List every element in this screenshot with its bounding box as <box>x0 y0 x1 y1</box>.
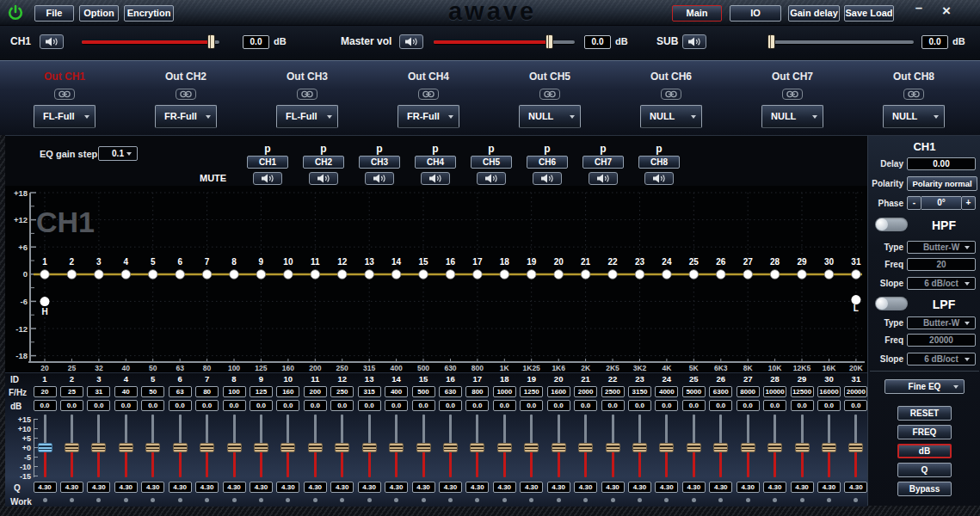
band-slider-handle[interactable] <box>443 443 458 452</box>
hpf-freq-input[interactable]: 20 <box>907 258 976 271</box>
band-slider-track-lower[interactable] <box>368 448 371 477</box>
eq-band-dot[interactable] <box>663 270 672 280</box>
band-freq-input[interactable]: 63 <box>169 386 192 397</box>
band-slider-handle[interactable] <box>552 443 566 452</box>
eq-band-dot[interactable] <box>824 270 834 280</box>
eq-mute-button-ch3[interactable] <box>365 172 394 185</box>
band-q-input[interactable]: 4.30 <box>276 482 299 493</box>
ch1-volume-handle[interactable] <box>207 34 215 49</box>
band-q-input[interactable]: 4.30 <box>385 482 408 493</box>
eq-band-dot[interactable] <box>527 270 536 280</box>
band-slider-track-lower[interactable] <box>801 448 804 477</box>
band-slider-track-lower[interactable] <box>151 448 154 477</box>
band-q-input[interactable]: 4.30 <box>520 482 543 493</box>
band-gain-input[interactable]: 0.0 <box>169 400 192 411</box>
band-slider-track-lower[interactable] <box>341 448 343 477</box>
eq-band-dot[interactable] <box>446 270 455 280</box>
hpf-type-select[interactable]: Butter-W <box>907 241 976 254</box>
band-gain-input[interactable]: 0.0 <box>844 400 867 411</box>
output-source-select-5[interactable]: NULL <box>519 105 581 128</box>
band-slider-track-lower[interactable] <box>854 448 857 477</box>
eq-band-dot[interactable] <box>230 270 239 280</box>
lpf-type-select[interactable]: Butter-W <box>907 316 976 329</box>
band-slider-track-lower[interactable] <box>449 448 452 477</box>
band-slider-handle[interactable] <box>687 443 701 452</box>
band-q-input[interactable]: 4.30 <box>87 482 110 493</box>
band-slider-handle[interactable] <box>470 443 484 452</box>
hpf-toggle[interactable] <box>875 218 908 231</box>
band-freq-input[interactable]: 630 <box>439 386 462 397</box>
lpf-toggle[interactable] <box>875 297 908 310</box>
eq-mute-button-ch4[interactable] <box>421 172 450 185</box>
tab-main[interactable]: Main <box>672 5 722 22</box>
band-freq-input[interactable]: 40 <box>114 386 138 397</box>
band-freq-input[interactable]: 20000 <box>844 386 867 397</box>
eq-band-dot[interactable] <box>202 270 212 280</box>
master-volume-handle[interactable] <box>545 34 553 49</box>
channel-link-button-2[interactable] <box>175 88 197 100</box>
eq-mute-button-ch2[interactable] <box>309 172 338 185</box>
band-slider-handle[interactable] <box>91 443 106 452</box>
band-q-input[interactable]: 4.30 <box>493 482 516 493</box>
band-freq-input[interactable]: 4000 <box>655 386 678 397</box>
tab-save-load[interactable]: Save Load <box>844 5 894 22</box>
band-slider-track-lower[interactable] <box>179 448 182 477</box>
band-slider-track-lower[interactable] <box>530 448 533 477</box>
eq-band-dot[interactable] <box>852 270 861 280</box>
band-slider-track-lower[interactable] <box>774 448 776 477</box>
band-freq-input[interactable]: 10000 <box>763 386 786 397</box>
master-volume-value[interactable]: 0.0 <box>584 35 611 49</box>
menu-file[interactable]: File <box>34 5 74 22</box>
band-slider-handle[interactable] <box>254 443 268 452</box>
band-q-input[interactable]: 4.30 <box>114 482 138 493</box>
band-gain-input[interactable]: 0.0 <box>141 400 164 411</box>
band-slider-handle[interactable] <box>606 443 620 452</box>
channel-link-button-7[interactable] <box>781 88 804 100</box>
eq-band-dot[interactable] <box>391 270 401 280</box>
band-gain-input[interactable]: 0.0 <box>655 400 678 411</box>
band-q-input[interactable]: 4.30 <box>60 482 83 493</box>
band-freq-input[interactable]: 200 <box>304 386 327 397</box>
eq-band-dot[interactable] <box>365 270 374 280</box>
band-gain-input[interactable]: 0.0 <box>250 400 273 411</box>
band-slider-track-lower[interactable] <box>233 448 236 477</box>
output-source-select-7[interactable]: NULL <box>761 105 823 128</box>
menu-option[interactable]: Option <box>79 5 119 22</box>
band-slider-handle[interactable] <box>741 443 755 452</box>
band-gain-input[interactable]: 0.0 <box>737 400 760 411</box>
eq-mute-button-ch8[interactable] <box>644 172 674 185</box>
band-slider-track-lower[interactable] <box>314 448 317 477</box>
eq-mute-button-ch1[interactable] <box>253 172 282 185</box>
eq-channel-button-ch2[interactable]: CH2 <box>303 156 344 169</box>
band-q-input[interactable]: 4.30 <box>465 482 489 493</box>
output-source-select-4[interactable]: FR-Full <box>398 105 459 128</box>
band-freq-input[interactable]: 31 <box>87 386 110 397</box>
band-gain-input[interactable]: 0.0 <box>87 400 110 411</box>
band-slider-handle[interactable] <box>200 443 214 452</box>
action-button-reset[interactable]: RESET <box>897 406 952 421</box>
band-slider-track-lower[interactable] <box>395 448 398 477</box>
band-slider-handle[interactable] <box>227 443 242 452</box>
eq-band-dot[interactable] <box>500 270 509 280</box>
band-q-input[interactable]: 4.30 <box>763 482 786 493</box>
band-freq-input[interactable]: 2500 <box>601 386 625 397</box>
lpf-freq-input[interactable]: 20000 <box>907 334 976 347</box>
band-slider-track-lower[interactable] <box>828 448 830 477</box>
band-q-input[interactable]: 4.30 <box>574 482 597 493</box>
band-gain-input[interactable]: 0.0 <box>574 400 597 411</box>
band-freq-input[interactable]: 400 <box>385 386 408 397</box>
sub-volume-value[interactable]: 0.0 <box>921 35 948 49</box>
band-slider-track-lower[interactable] <box>665 448 668 477</box>
band-q-input[interactable]: 4.30 <box>791 482 814 493</box>
eq-band-dot[interactable] <box>256 270 266 280</box>
tab-io[interactable]: IO <box>730 5 781 22</box>
eq-band-dot[interactable] <box>176 270 185 280</box>
band-freq-input[interactable]: 1600 <box>547 386 570 397</box>
eq-band-dot[interactable] <box>148 270 157 280</box>
hpf-slope-select[interactable]: 6 dB/oct <box>907 277 976 290</box>
band-slider-handle[interactable] <box>389 443 404 452</box>
channel-link-button-3[interactable] <box>296 88 318 100</box>
band-slider-handle[interactable] <box>822 443 836 452</box>
band-slider-handle[interactable] <box>119 443 133 452</box>
menu-encrytion[interactable]: Encrytion <box>124 5 174 22</box>
